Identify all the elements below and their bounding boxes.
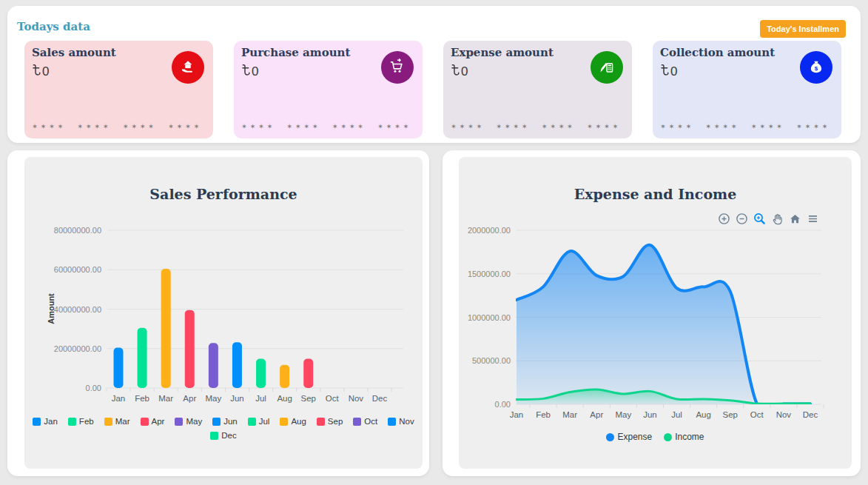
svg-text:Mar: Mar [562,410,577,419]
chart-toolbar [718,213,819,225]
svg-text:Jul: Jul [255,394,266,403]
svg-text:$: $ [815,65,818,72]
card-value: 0 [661,64,677,79]
currency-symbol [451,64,460,79]
svg-text:Jul: Jul [671,410,682,419]
todays-installment-button[interactable]: Today's Installmen [760,20,846,38]
svg-text:Jan: Jan [112,394,126,403]
legend-swatch [68,418,76,426]
zoom-in-icon[interactable] [718,213,730,225]
masked-digits: ✶✶✶✶ ✶✶✶✶ ✶✶✶✶ ✶✶✶✶ [451,122,621,130]
todays-data-heading: Todays data [17,20,90,33]
legend-swatch [280,418,288,426]
legend-label: Nov [399,417,414,426]
legend-label: Mar [115,417,130,426]
card-title: Purchase amount [241,46,350,59]
svg-text:60000000.00: 60000000.00 [54,265,101,274]
legend-dot [664,433,672,441]
svg-text:Apr: Apr [590,410,603,419]
svg-text:40000000.00: 40000000.00 [54,305,101,314]
legend-item-aug[interactable]: Aug [280,417,306,426]
legend-item-mar[interactable]: Mar [104,417,130,426]
card-title: Expense amount [451,46,554,59]
legend-label: Income [675,432,704,442]
card-value: 0 [242,64,258,79]
legend-item-jan[interactable]: Jan [33,417,58,426]
zoom-out-icon[interactable] [736,213,748,225]
summary-card-purchase-amount: Purchase amount 0 ✶✶✶✶ ✶✶✶✶ ✶✶✶✶ ✶✶✶✶ [234,41,423,138]
legend-swatch [210,432,218,440]
svg-text:0.00: 0.00 [86,384,101,392]
masked-digits: ✶✶✶✶ ✶✶✶✶ ✶✶✶✶ ✶✶✶✶ [241,122,411,130]
svg-text:Jun: Jun [643,410,657,419]
card-title: Collection amount [660,46,775,59]
legend-item-oct[interactable]: Oct [353,417,377,426]
card-amount: 0 [252,64,258,79]
currency-symbol [661,64,669,79]
svg-text:May: May [615,410,631,419]
expense-income-panel: Expense and Income 2000000.001500000.001… [443,150,861,476]
legend-swatch [388,418,396,426]
svg-text:Feb: Feb [536,410,551,419]
pan-icon[interactable] [771,213,784,225]
svg-text:Sep: Sep [722,410,737,419]
svg-text:Apr: Apr [183,394,196,403]
svg-text:Dec: Dec [803,410,818,419]
svg-text:Jan: Jan [510,410,524,419]
expense-income-legend: ExpenseIncome [459,432,852,442]
legend-item-apr[interactable]: Apr [141,417,165,426]
svg-text:Aug: Aug [696,410,710,419]
currency-symbol [33,64,41,79]
legend-dot [606,433,614,441]
sales-performance-legend: JanFebMarAprMayJunJulAugSepOctNovDec [24,417,423,445]
hand-holding-house-icon [172,51,204,84]
masked-digits: ✶✶✶✶ ✶✶✶✶ ✶✶✶✶ ✶✶✶✶ [32,122,202,130]
legend-item-dec[interactable]: Dec [210,431,236,440]
svg-text:500000.00: 500000.00 [472,356,511,365]
svg-text:Mar: Mar [158,394,173,403]
currency-symbol [242,64,250,79]
legend-label: Feb [79,417,94,426]
svg-text:1000000.00: 1000000.00 [468,313,511,322]
dashboard-page: Todays data Today's Installmen Sales amo… [0,0,868,485]
taka-symbol [661,64,669,76]
legend-item-may[interactable]: May [175,417,202,426]
legend-item-feb[interactable]: Feb [68,417,94,426]
legend-item-income[interactable]: Income [664,432,704,442]
legend-item-sep[interactable]: Sep [317,417,343,426]
svg-text:1500000.00: 1500000.00 [468,270,511,278]
expense-income-card: Expense and Income 2000000.001500000.001… [459,157,852,469]
svg-text:Aug: Aug [277,394,292,403]
summary-card-sales-amount: Sales amount 0 ✶✶✶✶ ✶✶✶✶ ✶✶✶✶ ✶✶✶✶ [24,41,213,138]
masked-digits: ✶✶✶✶ ✶✶✶✶ ✶✶✶✶ ✶✶✶✶ [660,122,830,130]
svg-text:Jun: Jun [230,394,244,403]
legend-label: Aug [291,417,306,426]
svg-text:Sep: Sep [300,394,315,403]
legend-swatch [141,418,149,426]
legend-swatch [175,418,183,426]
shopping-cart-icon [381,51,414,84]
menu-icon[interactable] [807,213,819,225]
reset-zoom-icon[interactable] [789,213,801,225]
card-amount: 0 [42,64,49,79]
summary-card-collection-amount: Collection amount 0 $✶✶✶✶ ✶✶✶✶ ✶✶✶✶ ✶✶✶✶ [653,41,841,138]
card-value: 0 [33,64,49,79]
legend-item-expense[interactable]: Expense [606,432,652,442]
selection-zoom-icon[interactable] [753,213,766,225]
svg-text:0.00: 0.00 [495,400,511,409]
svg-text:Oct: Oct [326,394,340,403]
legend-item-jun[interactable]: Jun [212,417,238,426]
legend-label: Expense [617,432,652,442]
svg-text:May: May [205,394,221,403]
legend-item-nov[interactable]: Nov [388,417,414,426]
legend-swatch [212,418,221,426]
legend-label: Jul [259,417,270,426]
legend-swatch [104,418,112,426]
legend-label: Sep [328,417,343,426]
summary-cards: Sales amount 0 ✶✶✶✶ ✶✶✶✶ ✶✶✶✶ ✶✶✶✶Purcha… [24,41,841,138]
legend-item-jul[interactable]: Jul [248,417,270,426]
y-axis-label: Amount [47,293,55,324]
legend-label: Apr [152,417,165,426]
svg-text:Oct: Oct [750,410,764,419]
svg-text:Nov: Nov [349,394,364,403]
